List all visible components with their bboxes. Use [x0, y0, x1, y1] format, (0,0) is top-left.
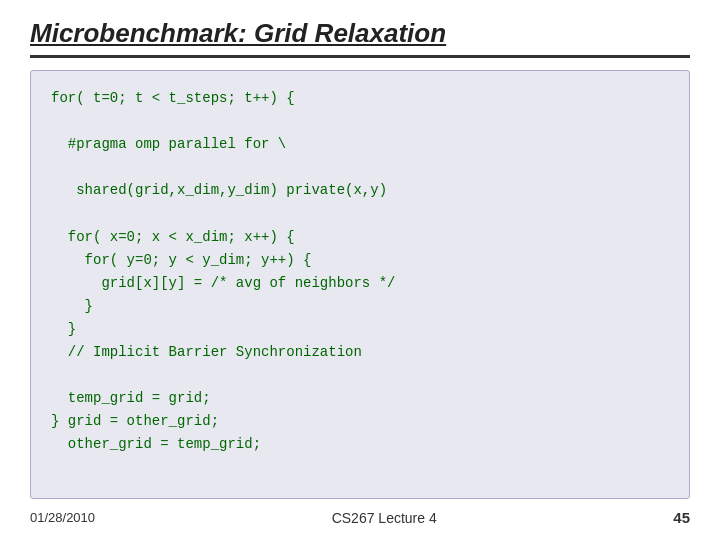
code-line-close2: }	[51, 318, 669, 341]
title-area: Microbenchmark: Grid Relaxation	[30, 18, 690, 58]
code-line-1: for( t=0; t < t_steps; t++) {	[51, 87, 669, 110]
code-line-fory: for( y=0; y < y_dim; y++) {	[51, 249, 669, 272]
footer-page: 45	[673, 509, 690, 526]
footer-title: CS267 Lecture 4	[95, 510, 673, 526]
footer-date: 01/28/2010	[30, 510, 95, 525]
code-line-blank1	[51, 110, 669, 133]
code-line-grid: grid[x][y] = /* avg of neighbors */	[51, 272, 669, 295]
code-line-blank2	[51, 156, 669, 179]
code-line-shared: shared(grid,x_dim,y_dim) private(x,y)	[51, 179, 669, 202]
code-line-close3: } grid = other_grid;	[51, 410, 669, 433]
code-line-forx: for( x=0; x < x_dim; x++) {	[51, 226, 669, 249]
code-line-close1: }	[51, 295, 669, 318]
code-line-other: other_grid = temp_grid;	[51, 433, 669, 456]
code-line-barrier: // Implicit Barrier Synchronization	[51, 341, 669, 364]
code-line-temp: temp_grid = grid;	[51, 387, 669, 410]
code-box: for( t=0; t < t_steps; t++) { #pragma om…	[30, 70, 690, 499]
code-line-blank3	[51, 202, 669, 225]
footer: 01/28/2010 CS267 Lecture 4 45	[30, 509, 690, 526]
code-line-blank4	[51, 364, 669, 387]
code-line-pragma: #pragma omp parallel for \	[51, 133, 669, 156]
slide-title: Microbenchmark: Grid Relaxation	[30, 18, 446, 48]
slide: Microbenchmark: Grid Relaxation for( t=0…	[0, 0, 720, 540]
